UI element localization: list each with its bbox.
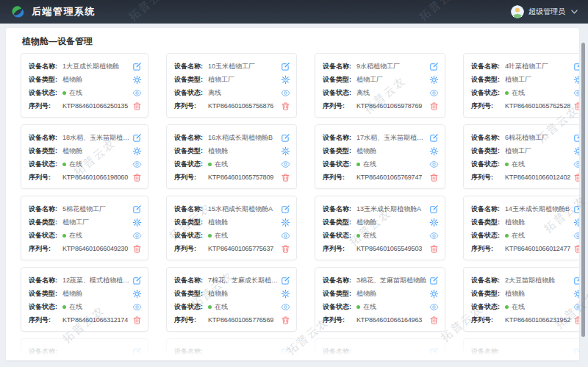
device-status-label: 设备状态:: [29, 88, 62, 98]
delete-trash-icon[interactable]: [429, 173, 439, 182]
delete-trash-icon[interactable]: [573, 244, 579, 254]
device-type-label: 设备类型:: [323, 360, 356, 361]
device-type-label: 设备类型:: [471, 218, 505, 227]
delete-trash-icon[interactable]: [132, 316, 142, 325]
device-card: 设备名称: 12蔬菜、模式植物植… 设备类型: 植物舱: [21, 267, 148, 332]
view-eye-icon[interactable]: [573, 88, 579, 98]
settings-gear-icon[interactable]: [281, 289, 290, 299]
edit-icon[interactable]: [573, 204, 579, 214]
settings-gear-icon[interactable]: [281, 146, 290, 156]
device-serial-value: KTP864601065769747: [356, 174, 426, 181]
settings-gear-icon[interactable]: [281, 218, 290, 227]
delete-trash-icon[interactable]: [132, 244, 142, 254]
delete-trash-icon[interactable]: [429, 244, 439, 254]
edit-icon[interactable]: [573, 133, 579, 143]
settings-gear-icon[interactable]: [573, 289, 579, 299]
device-serial-label: 序列号:: [29, 173, 62, 182]
edit-icon[interactable]: [429, 133, 439, 143]
settings-gear-icon[interactable]: [573, 75, 579, 85]
settings-gear-icon[interactable]: [429, 75, 439, 85]
edit-icon[interactable]: [429, 276, 439, 285]
scrollbar-thumb[interactable]: [581, 43, 585, 337]
edit-icon[interactable]: [132, 204, 142, 214]
settings-gear-icon[interactable]: [132, 289, 142, 299]
device-serial-row: 序列号: KTP864601065769747: [323, 171, 439, 184]
device-type-row: 设备类型:: [471, 358, 579, 360]
device-type-value: 植物舱: [356, 289, 426, 299]
delete-trash-icon[interactable]: [281, 101, 290, 111]
device-serial-label: 序列号:: [471, 244, 505, 254]
device-name-value: 16水稻成长期植物舱B: [208, 133, 278, 143]
view-eye-icon[interactable]: [281, 231, 290, 240]
settings-gear-icon[interactable]: [429, 360, 439, 361]
settings-gear-icon[interactable]: [573, 218, 579, 227]
device-type-label: 设备类型:: [323, 146, 356, 156]
device-serial-value: KTP864601066250135: [62, 102, 129, 110]
delete-trash-icon[interactable]: [281, 173, 290, 182]
edit-icon[interactable]: [573, 276, 579, 285]
edit-icon[interactable]: [132, 62, 142, 71]
settings-gear-icon[interactable]: [132, 218, 142, 227]
device-status-label: 设备状态:: [29, 302, 62, 312]
device-name-row: 设备名称: 15水稻成长期植物舱A: [174, 202, 290, 215]
settings-gear-icon[interactable]: [132, 146, 142, 156]
delete-trash-icon[interactable]: [573, 316, 579, 325]
view-eye-icon[interactable]: [281, 160, 290, 169]
edit-icon[interactable]: [429, 347, 439, 357]
settings-gear-icon[interactable]: [429, 146, 439, 156]
delete-trash-icon[interactable]: [281, 316, 290, 325]
edit-icon[interactable]: [429, 204, 439, 214]
settings-gear-icon[interactable]: [429, 218, 439, 227]
view-eye-icon[interactable]: [132, 160, 142, 169]
view-eye-icon[interactable]: [429, 302, 439, 312]
delete-trash-icon[interactable]: [132, 101, 142, 111]
edit-icon[interactable]: [132, 276, 142, 285]
view-eye-icon[interactable]: [573, 231, 579, 240]
settings-gear-icon[interactable]: [573, 146, 579, 156]
settings-gear-icon[interactable]: [132, 360, 142, 361]
device-serial-value: KTP864601065775637: [208, 245, 278, 252]
edit-icon[interactable]: [281, 347, 290, 357]
edit-icon[interactable]: [429, 62, 439, 71]
device-card: 设备名称: 5棉花植物工厂 设备类型: 植物工厂: [21, 196, 148, 260]
edit-icon[interactable]: [281, 204, 290, 214]
view-eye-icon[interactable]: [573, 302, 579, 312]
settings-gear-icon[interactable]: [132, 75, 142, 85]
app-title: 后端管理系统: [32, 5, 96, 18]
online-status-dot: [505, 91, 509, 95]
view-eye-icon[interactable]: [281, 302, 290, 312]
edit-icon[interactable]: [132, 133, 142, 143]
view-eye-icon[interactable]: [132, 231, 142, 240]
delete-trash-icon[interactable]: [132, 173, 142, 182]
view-eye-icon[interactable]: [429, 160, 439, 169]
settings-gear-icon[interactable]: [429, 289, 439, 299]
device-name-label: 设备名称:: [323, 62, 356, 71]
device-type-value: 植物舱: [62, 289, 129, 299]
delete-trash-icon[interactable]: [429, 101, 439, 111]
view-eye-icon[interactable]: [429, 231, 439, 240]
delete-trash-icon[interactable]: [429, 316, 439, 325]
edit-icon[interactable]: [573, 347, 579, 357]
delete-trash-icon[interactable]: [281, 244, 290, 254]
view-eye-icon[interactable]: [573, 160, 579, 169]
device-serial-label: 序列号:: [174, 316, 208, 325]
settings-gear-icon[interactable]: [281, 360, 290, 361]
view-eye-icon[interactable]: [429, 88, 439, 98]
device-serial-row: 序列号: KTP864601065549503: [323, 242, 439, 255]
delete-trash-icon[interactable]: [573, 101, 579, 111]
online-status-dot: [356, 234, 360, 238]
view-eye-icon[interactable]: [132, 302, 142, 312]
edit-icon[interactable]: [281, 133, 290, 143]
device-type-label: 设备类型:: [323, 289, 356, 299]
edit-icon[interactable]: [132, 347, 142, 357]
view-eye-icon[interactable]: [132, 88, 142, 98]
view-eye-icon[interactable]: [281, 88, 290, 98]
edit-icon[interactable]: [281, 62, 290, 71]
device-serial-value: KTP864601065762528: [505, 102, 570, 110]
edit-icon[interactable]: [281, 276, 290, 285]
edit-icon[interactable]: [573, 62, 579, 71]
user-menu[interactable]: 超级管理员: [511, 5, 578, 18]
delete-trash-icon[interactable]: [573, 173, 579, 182]
settings-gear-icon[interactable]: [573, 360, 579, 361]
settings-gear-icon[interactable]: [281, 75, 290, 85]
